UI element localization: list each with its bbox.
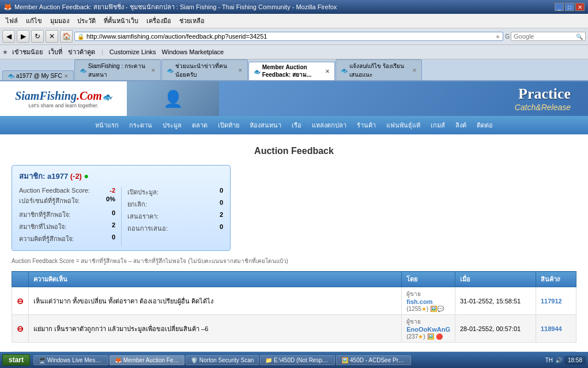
stat-cancel-value: 0	[212, 199, 223, 209]
home-button[interactable]: 🏠	[60, 30, 73, 43]
row1-by: ผู้ขาย fish.com (1255★) 🖼️💬	[402, 287, 455, 315]
banner-subtitle: Catch&Release	[515, 103, 571, 112]
tab-4[interactable]: 🐟 แจ้งลบ/แก้ไข ร้องเรียน เสนอแนะ ✕	[336, 59, 422, 80]
row2-item[interactable]: 118944	[536, 315, 576, 343]
bookmark-customize[interactable]: Customize Links	[108, 48, 158, 56]
nav-boat[interactable]: เรือ	[287, 118, 306, 132]
stat-happy: สมาชิกที่รู้สึกพอใจ: 0	[19, 209, 115, 220]
site-nav: หน้าแรก กระดาน ประมูล ตลาด เปิดท้าย ห้อง…	[0, 116, 588, 134]
nav-chat[interactable]: ห้องสนทนา	[245, 118, 286, 132]
menu-file[interactable]: ไฟล์	[2, 14, 21, 27]
minimize-button[interactable]: _	[555, 3, 564, 11]
stat-withdraw-label: ถอนการเสนอ:	[127, 223, 168, 234]
nav-home[interactable]: หน้าแรก	[91, 118, 123, 132]
tab-close-0[interactable]: ✕	[64, 73, 69, 79]
menu-help[interactable]: ช่วยเหลือ	[176, 14, 208, 27]
row2-user-link[interactable]: EnoOoKwAnG	[406, 326, 450, 333]
row1-star: ★	[421, 306, 427, 312]
nav-open[interactable]: เปิดท้าย	[213, 118, 244, 132]
bookmark-news[interactable]: ข่าวค้าคูด	[66, 46, 97, 58]
tab-close-4[interactable]: ✕	[412, 67, 417, 73]
stat-bid-value: 2	[212, 211, 223, 221]
row1-item-link[interactable]: 117912	[541, 298, 562, 305]
tabs-bar: 🐟 a1977 @ My SFC ✕ 🐟 SiamFishing : กระดา…	[0, 59, 588, 81]
tab-3[interactable]: 🐟 Member Auction Feedback: สยาม... ✕	[248, 62, 335, 80]
row2-type: ⊖	[12, 315, 29, 343]
menu-tools[interactable]: เครื่องมือ	[143, 14, 175, 27]
banner-title: Practice	[515, 85, 571, 103]
tab-close-3[interactable]: ✕	[325, 69, 330, 74]
tab-2[interactable]: 🐟 ช่วยแนะนำข่าวที่คนน้อยครับ ✕	[161, 59, 248, 80]
start-button[interactable]: start	[2, 354, 30, 366]
taskbar-right: TH 🔊 18:58	[545, 356, 586, 365]
row1-item[interactable]: 117912	[536, 287, 576, 315]
nav-games[interactable]: เกมส์	[426, 118, 450, 132]
address-input[interactable]	[86, 33, 495, 40]
col-item: สินค้า#	[536, 272, 576, 287]
taskbar-item-3[interactable]: 📁 E:\450D (Not Respon...	[260, 355, 335, 365]
reload-button[interactable]: ↻	[31, 30, 44, 43]
tab-close-1[interactable]: ✕	[151, 67, 156, 73]
stat-percent: เปอร์เซนต์ที่รู้สึกพอใจ: 0%	[19, 196, 115, 206]
row2-red-icon: 🔴	[436, 333, 443, 340]
tab-label-4: แจ้งลบ/แก้ไข ร้องเรียน เสนอแนะ	[349, 62, 410, 79]
taskbar-item-1[interactable]: 🦊 Member Auction Feed...	[110, 355, 184, 365]
maximize-button[interactable]: □	[565, 3, 574, 11]
site-content: SiamFishing.Com🐟 Let's share and learn t…	[0, 81, 588, 368]
nav-fan[interactable]: แฟนพันธุ์แท้	[382, 118, 425, 132]
nav-location[interactable]: แหล่งตกปลา	[307, 118, 351, 132]
menu-view[interactable]: มุมมอง	[47, 14, 73, 27]
nav-bar: ◀ ▶ ↻ ✕ 🏠 🔒 ★ G 🔍	[0, 28, 588, 45]
tab-1[interactable]: 🐟 SiamFishing : กระดานสนทนา ✕	[74, 59, 161, 80]
row2-user[interactable]: EnoOoKwAnG (237★) 🖼️ 🔴	[406, 326, 450, 340]
bookmark-webti[interactable]: เว็บที่	[47, 46, 64, 58]
nav-board[interactable]: กระดาน	[125, 118, 157, 132]
google-label: G	[505, 33, 510, 40]
row1-when: 31-01-2552, 15:58:51	[455, 287, 536, 315]
nav-contact[interactable]: ติดต่อ	[472, 118, 497, 132]
nav-links[interactable]: ลิงค์	[451, 118, 471, 132]
site-logo: SiamFishing.Com🐟	[15, 89, 112, 103]
bookmark-history[interactable]: เข้าชมน้อย	[10, 46, 44, 58]
close-button[interactable]: ✕	[575, 3, 585, 11]
address-bar[interactable]: 🔒 ★	[74, 32, 503, 41]
tab-icon-3: 🐟	[254, 69, 261, 75]
stat-happy-value: 0	[104, 209, 115, 220]
menu-bookmarks[interactable]: ที่คั้นหน้าเว็บ	[100, 14, 142, 27]
table-row: ⊖ แย่มาก เห็นราคาตัวถูกกว่า แล้วมาประมูล…	[12, 315, 576, 343]
forward-button[interactable]: ▶	[17, 30, 29, 43]
search-bar[interactable]: 🔍	[511, 32, 586, 41]
member-username[interactable]: a1977	[47, 172, 70, 181]
tab-icon-4: 🐟	[341, 67, 348, 74]
tab-0[interactable]: 🐟 a1977 @ My SFC ✕	[2, 70, 74, 80]
stat-withdraw-value: 0	[212, 223, 223, 234]
menu-history[interactable]: ประวัติ	[74, 14, 99, 27]
stat-percent-label: เปอร์เซนต์ที่รู้สึกพอใจ:	[19, 196, 80, 206]
bookmarks-icon: ★	[2, 48, 8, 56]
formula-text: Auction Feedback Score = สมาชิกที่รู้สึก…	[12, 257, 576, 265]
nav-auction[interactable]: ประมูล	[158, 118, 186, 132]
row1-user-link[interactable]: fish.com	[406, 298, 432, 305]
search-icon[interactable]: 🔍	[576, 33, 583, 40]
stop-button[interactable]: ✕	[46, 30, 58, 43]
nav-market[interactable]: ตลาด	[187, 118, 212, 132]
taskbar-item-4[interactable]: 🖼️ 450D - ACDSee Pro 2.5	[336, 355, 411, 365]
tab-label-0: a1977 @ My SFC	[16, 73, 62, 79]
nav-shop[interactable]: ร้านค้า	[352, 118, 380, 132]
search-input[interactable]	[514, 33, 576, 40]
stat-neutral: ความคิดที่รู้สึกพอใจ: 0	[19, 234, 115, 244]
row2-item-link[interactable]: 118944	[541, 325, 562, 332]
stat-score-value: -2	[104, 187, 115, 194]
bookmark-marketplace[interactable]: Windows Marketplace	[160, 48, 226, 56]
row2-when: 28-01-2552, 00:57:01	[455, 315, 536, 343]
menu-edit[interactable]: แก้ไข	[22, 14, 46, 27]
taskbar-item-0[interactable]: 🖥️ Windows Live Messen...	[33, 355, 108, 365]
taskbar-item-2[interactable]: 🛡️ Norton Security Scan	[186, 355, 259, 365]
back-button[interactable]: ◀	[2, 30, 15, 43]
tab-close-2[interactable]: ✕	[238, 67, 243, 73]
stat-bid-label: เสนอราคา:	[127, 211, 159, 221]
stats-grid: Auction Feedback Score: -2 เปอร์เซนต์ที่…	[19, 187, 223, 246]
stat-bid: เสนอราคา: 2	[127, 211, 223, 221]
row2-star: ★	[418, 333, 423, 340]
row1-user[interactable]: fish.com (1255★) 🖼️💬	[406, 298, 450, 312]
